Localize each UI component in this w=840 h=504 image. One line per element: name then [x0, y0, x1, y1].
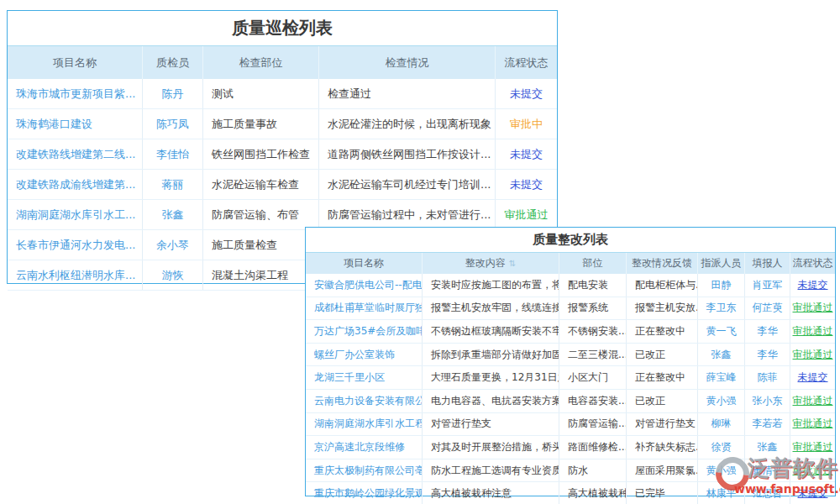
- assignee-link[interactable]: 张鑫: [711, 348, 732, 362]
- column-header-project-name: 项目名称: [8, 46, 142, 79]
- column-header-rectification-content: 整改内容 ⇅: [422, 253, 559, 274]
- project-link[interactable]: 成都杜甫草堂临时展厅独立展...: [314, 301, 422, 315]
- quality-rectification-table: 质量整改列表 项目名称 整改内容 ⇅ 部位 整改情况反馈 指派人员 填报人 流程…: [305, 227, 836, 496]
- inspection-table-title: 质量巡检列表: [8, 11, 557, 46]
- reporter-link[interactable]: 何芷萸: [753, 301, 783, 315]
- inspection-part-cell: 铁丝网围挡工作检查: [202, 139, 318, 169]
- status-link[interactable]: 未提交: [798, 370, 828, 385]
- inspector-link[interactable]: 蒋丽: [162, 177, 184, 192]
- status-link[interactable]: 未提交: [510, 87, 543, 102]
- column-header-label: 整改内容: [465, 256, 506, 270]
- status-link[interactable]: 审批通过: [793, 394, 833, 408]
- project-link[interactable]: 长春市伊通河水力发电...: [16, 238, 135, 253]
- inspection-situation-cell: 水泥砼灌注的时候，出现离析现象: [318, 109, 495, 139]
- status-link[interactable]: 审批通过: [793, 301, 833, 315]
- column-header-inspection-situation: 检查情况: [318, 46, 495, 79]
- part-cell: 配电安装: [559, 274, 626, 297]
- part-cell: 高大植被栽种: [559, 482, 626, 504]
- assignee-link[interactable]: 薛宝峰: [706, 370, 737, 385]
- inspection-part-cell: 水泥砼运输车检查: [202, 170, 318, 199]
- status-link[interactable]: 审批通过: [793, 417, 833, 431]
- project-link[interactable]: 云南电力设备安装有限公司20...: [314, 394, 422, 408]
- reporter-link[interactable]: 李华: [758, 324, 778, 339]
- column-header-feedback: 整改情况反馈: [626, 253, 697, 274]
- project-link[interactable]: 湖南洞庭湖水库引水工程施工标: [314, 417, 422, 431]
- table-row: 龙湖三千里小区 大理石质量更换，12月31日之... 小区大门 正在整改中 薛宝…: [306, 366, 835, 390]
- inspection-part-cell: 施工质量事故: [202, 109, 318, 139]
- reporter-link[interactable]: 陈菲: [758, 370, 778, 385]
- table-row: 重庆市鹅岭公园绿化景观提升... 高大植被栽种注意 高大植被栽种 已完毕 林康平…: [306, 482, 835, 504]
- assignee-link[interactable]: 李卫东: [706, 301, 737, 315]
- part-cell: 防腐管运输...: [559, 413, 626, 436]
- table-row: 改建铁路线增建第二线... 李佳怡 铁丝网围挡工作检查 道路两侧铁丝网围挡工作按…: [8, 139, 557, 170]
- inspector-link[interactable]: 陈巧凤: [156, 117, 189, 132]
- rectification-content-cell: 高大植被栽种注意: [422, 482, 559, 504]
- column-header-project-name: 项目名称: [306, 253, 422, 274]
- reporter-link[interactable]: 张小东: [753, 394, 783, 408]
- inspection-part-cell: 混凝土沟渠工程: [202, 260, 318, 290]
- inspector-link[interactable]: 张鑫: [162, 207, 184, 223]
- project-link[interactable]: 京沪高速北京段维修: [314, 440, 405, 454]
- inspector-link[interactable]: 游恢: [162, 268, 184, 283]
- column-header-inspection-part: 检查部位: [202, 46, 318, 79]
- reporter-link[interactable]: 张鑫: [758, 440, 778, 454]
- project-link[interactable]: 安徽合肥供电公司--配电设备...: [314, 278, 422, 292]
- reporter-link[interactable]: 范思哲: [753, 486, 783, 501]
- reporter-link[interactable]: 肖亚军: [753, 278, 783, 292]
- status-link[interactable]: 未提交: [798, 278, 828, 292]
- status-link[interactable]: 审批通过: [793, 324, 833, 339]
- status-link[interactable]: 审批通过: [793, 464, 833, 478]
- project-link[interactable]: 改建铁路成渝线增建第...: [16, 177, 135, 192]
- rectification-table-title: 质量整改列表: [306, 228, 835, 253]
- status-link[interactable]: 审批通过: [505, 207, 549, 223]
- rectification-content-cell: 对其及时开展整治措施，桥头...: [422, 436, 559, 459]
- project-link[interactable]: 湖南洞庭湖水库引水工...: [16, 207, 135, 223]
- reporter-link[interactable]: 李若若: [753, 417, 783, 431]
- part-cell: 防水: [559, 459, 626, 482]
- inspection-part-cell: 测试: [202, 79, 318, 108]
- project-link[interactable]: 重庆太极制药有限公司亳州中...: [314, 464, 422, 478]
- inspector-link[interactable]: 余小琴: [156, 238, 189, 253]
- column-header-process-status: 流程状态: [495, 46, 557, 79]
- project-link[interactable]: 螺丝厂办公室装饰: [314, 348, 395, 362]
- project-link[interactable]: 珠海市城市更新项目紫...: [16, 87, 135, 102]
- inspector-link[interactable]: 陈丹: [162, 87, 184, 102]
- assignee-link[interactable]: 黄小强: [706, 394, 737, 408]
- project-link[interactable]: 云南水利枢纽潜明水库...: [16, 268, 135, 283]
- rectification-content-cell: 电力电容器、电抗器安装方案,...: [422, 390, 559, 412]
- project-link[interactable]: 龙湖三千里小区: [314, 370, 385, 385]
- part-cell: 小区大门: [559, 366, 626, 389]
- project-link[interactable]: 改建铁路线增建第二线...: [16, 147, 135, 162]
- sort-icon[interactable]: ⇅: [509, 259, 516, 268]
- feedback-cell: 对管进行垫支: [626, 413, 697, 436]
- status-link[interactable]: 未提交: [798, 486, 828, 501]
- inspection-situation-cell: 检查通过: [318, 79, 495, 108]
- assignee-link[interactable]: 林康平: [706, 486, 737, 501]
- part-cell: 路面维修检...: [559, 436, 626, 459]
- status-link[interactable]: 未提交: [510, 147, 543, 162]
- status-link[interactable]: 未提交: [510, 177, 543, 192]
- assignee-link[interactable]: 徐贤: [711, 440, 732, 454]
- rectification-content-cell: 大理石质量更换，12月31日之...: [422, 366, 559, 389]
- feedback-cell: 补齐缺失标志...: [626, 436, 697, 459]
- inspector-link[interactable]: 李佳怡: [156, 147, 189, 162]
- table-row: 珠海市城市更新项目紫... 陈丹 测试 检查通过 未提交: [8, 79, 557, 109]
- rectification-content-cell: 防水工程施工选调有专业资质...: [422, 459, 559, 482]
- feedback-cell: 已改正: [626, 344, 697, 366]
- project-link[interactable]: 万达广场35#会所及咖啡厅空...: [314, 324, 422, 339]
- project-link[interactable]: 重庆市鹅岭公园绿化景观提升...: [314, 486, 422, 501]
- reporter-link[interactable]: 董清平: [753, 464, 783, 478]
- inspection-part-cell: 防腐管运输、布管: [202, 200, 318, 229]
- rectification-content-cell: 对管进行垫支: [422, 413, 559, 436]
- status-link[interactable]: 审批通过: [793, 440, 833, 454]
- assignee-link[interactable]: 黄一飞: [706, 324, 737, 339]
- status-link[interactable]: 审批通过: [793, 348, 833, 362]
- status-link[interactable]: 审批中: [510, 117, 543, 132]
- column-header-part: 部位: [559, 253, 626, 274]
- assignee-link[interactable]: 黄小强: [706, 464, 737, 478]
- reporter-link[interactable]: 李华: [758, 348, 778, 362]
- assignee-link[interactable]: 柳琳: [711, 417, 732, 431]
- assignee-link[interactable]: 田静: [711, 278, 732, 292]
- table-row: 湖南洞庭湖水库引水工... 张鑫 防腐管运输、布管 防腐管运输过程中，未对管进行…: [8, 200, 557, 230]
- project-link[interactable]: 珠海鹤港口建设: [16, 117, 92, 132]
